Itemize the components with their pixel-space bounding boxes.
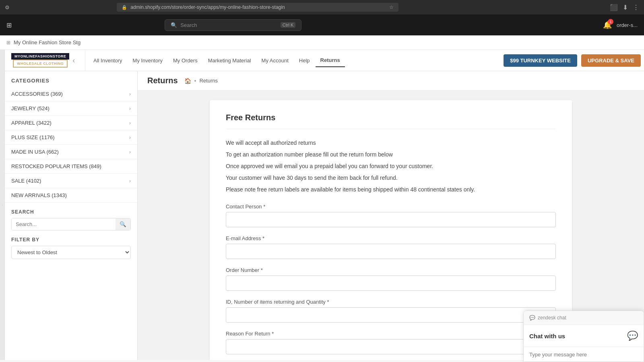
filter-select[interactable]: Newest to Oldest Oldest to Newest Price:… (11, 246, 131, 259)
category-apparel[interactable]: APPAREL (3422) › (5, 116, 137, 130)
store-grid-icon: ⊞ (6, 40, 10, 45)
contact-person-label: Contact Person * (226, 204, 556, 210)
sidebar: CATEGORIES ACCESSORIES (369) › JEWELRY (… (5, 71, 138, 360)
admin-grid-icon: ⊞ (6, 21, 12, 29)
categories-title: CATEGORIES (5, 71, 137, 87)
category-made-in-usa[interactable]: MADE IN USA (662) › (5, 145, 137, 159)
browser-right-icons: ⬛ ⬇ ⋮ (610, 4, 639, 11)
form-title: Free Returns (226, 113, 556, 129)
extensions-icon[interactable]: ⬛ (610, 4, 618, 11)
notification-button[interactable]: 🔔 1 (603, 21, 612, 29)
page-title: Returns (147, 76, 178, 85)
logo-bottom-text: WHOLESALE CLOTHING (13, 60, 68, 68)
chat-widget[interactable]: 💬 zendesk chat Chat with us 💬 (523, 311, 644, 362)
chevron-right-icon: › (129, 135, 131, 140)
store-header: MYONLINEFASHIONSTORE WHOLESALE CLOTHING … (5, 50, 644, 71)
star-icon[interactable]: ☆ (389, 4, 394, 10)
filter-by-title: FILTER BY (11, 237, 131, 243)
menu-icon[interactable]: ⋮ (633, 4, 639, 11)
store-name: order-s... (617, 22, 638, 28)
filter-by-section: FILTER BY Newest to Oldest Oldest to New… (5, 237, 137, 265)
sidebar-search-button[interactable]: 🔍 (116, 218, 130, 230)
category-accessories[interactable]: ACCESSORIES (369) › (5, 87, 137, 101)
chevron-right-icon: › (129, 106, 131, 111)
breadcrumb-home-icon[interactable]: 🏠 (184, 78, 191, 84)
left-collapsed-panel[interactable]: ··· (0, 50, 5, 360)
chevron-right-icon: › (129, 91, 131, 97)
search-icon: 🔍 (171, 22, 177, 28)
keyboard-shortcut: Ctrl K (281, 22, 296, 28)
logo-top-text: MYONLINEFASHIONSTORE (11, 53, 69, 60)
email-address-group: E-mail Address * (226, 235, 556, 259)
form-info-line-3: Once approved we will email you a prepai… (226, 162, 556, 171)
categories-list: ACCESSORIES (369) › JEWELRY (524) › APPA… (5, 87, 137, 203)
sidebar-search-box[interactable]: 🔍 (11, 218, 131, 230)
url-text: admin.shopify.com/store/order-sync/apps/… (130, 4, 285, 10)
category-new-arrivals[interactable]: NEW ARRIVALS (1343) (5, 188, 137, 203)
left-strip-content: ··· (0, 204, 4, 206)
form-info-line-1: We will accept all authorized returns (226, 139, 556, 147)
category-plus-size[interactable]: PLUS SIZE (1176) › (5, 130, 137, 145)
form-info: We will accept all authorized returns To… (226, 139, 556, 194)
nav-all-inventory[interactable]: All Inventory (89, 54, 127, 67)
order-number-input[interactable] (226, 276, 556, 291)
page-header: Returns 🏠 • Returns (138, 71, 644, 90)
category-restocked-label: RESTOCKED POPULAR ITEMS (849) (11, 163, 101, 169)
category-jewelry-label: JEWELRY (524) (11, 105, 50, 111)
admin-topbar: ⊞ 🔍 Search Ctrl K 🔔 1 order-s... (0, 14, 644, 35)
chat-header-icon: 💬 (529, 315, 535, 321)
order-number-label: Order Number * (226, 267, 556, 273)
form-info-line-2: To get an authorization number please fi… (226, 150, 556, 159)
turnkey-website-button[interactable]: $99 TURNKEY WEBSITE (504, 54, 577, 67)
chevron-right-icon: › (129, 149, 131, 155)
breadcrumb-dot: • (194, 78, 196, 84)
chat-bubble-icon: 💬 (627, 331, 638, 341)
sidebar-collapse-button[interactable]: ‹ (72, 56, 75, 65)
chat-with-us-label: Chat with us (529, 333, 565, 339)
category-apparel-label: APPAREL (3422) (11, 120, 52, 126)
returns-form-card: Free Returns We will accept all authoriz… (210, 100, 572, 360)
category-sale[interactable]: SALE (4102) › (5, 174, 137, 188)
chat-input-area[interactable] (524, 347, 644, 362)
sidebar-search-input[interactable] (12, 218, 116, 230)
browser-bar: ⚙ 🔒 admin.shopify.com/store/order-sync/a… (0, 0, 644, 14)
chat-header-label: zendesk chat (538, 315, 566, 321)
category-made-in-usa-label: MADE IN USA (662) (11, 149, 59, 155)
form-info-line-5: Please note free return labels are avail… (226, 185, 556, 194)
notification-badge: 1 (608, 19, 613, 25)
upgrade-save-button[interactable]: UPGRADE & SAVE (581, 54, 641, 67)
nav-returns[interactable]: Returns (316, 54, 345, 67)
category-restocked[interactable]: RESTOCKED POPULAR ITEMS (849) (5, 159, 137, 174)
category-accessories-label: ACCESSORIES (369) (11, 91, 63, 97)
contact-person-input[interactable] (226, 212, 556, 227)
reason-return-group: Reason For Return * (226, 331, 556, 354)
order-number-group: Order Number * (226, 267, 556, 291)
id-quantity-group: ID, Number of items returning and Quanti… (226, 299, 556, 323)
chevron-right-icon: › (129, 120, 131, 126)
reason-return-input[interactable] (226, 339, 556, 354)
nav-my-orders[interactable]: My Orders (168, 54, 202, 67)
id-quantity-input[interactable] (226, 307, 556, 323)
browser-icon: ⚙ (5, 4, 10, 10)
nav-help[interactable]: Help (294, 54, 315, 67)
search-label: Search (180, 22, 197, 28)
nav-my-inventory[interactable]: My Inventory (128, 54, 167, 67)
download-icon[interactable]: ⬇ (623, 4, 628, 11)
chevron-right-icon: › (129, 178, 131, 184)
admin-right-side: 🔔 1 order-s... (603, 21, 638, 29)
id-quantity-label: ID, Number of items returning and Quanti… (226, 299, 556, 305)
category-jewelry[interactable]: JEWELRY (524) › (5, 101, 137, 116)
contact-person-group: Contact Person * (226, 204, 556, 227)
sidebar-search-section: SEARCH 🔍 (5, 203, 137, 237)
lock-icon: 🔒 (122, 5, 127, 10)
global-search[interactable]: 🔍 Search Ctrl K (165, 19, 301, 31)
url-bar[interactable]: 🔒 admin.shopify.com/store/order-sync/app… (117, 3, 398, 12)
store-breadcrumb-bar: ⊞ My Online Fashion Store Stg (0, 35, 644, 50)
nav-my-account[interactable]: My Account (257, 54, 293, 67)
sidebar-search-title: SEARCH (11, 209, 131, 215)
nav-marketing-material[interactable]: Marketing Material (203, 54, 256, 67)
chat-message-input[interactable] (529, 352, 638, 358)
store-nav: All Inventory My Inventory My Orders Mar… (85, 54, 644, 67)
email-address-input[interactable] (226, 244, 556, 259)
chat-body: Chat with us 💬 (524, 325, 644, 347)
